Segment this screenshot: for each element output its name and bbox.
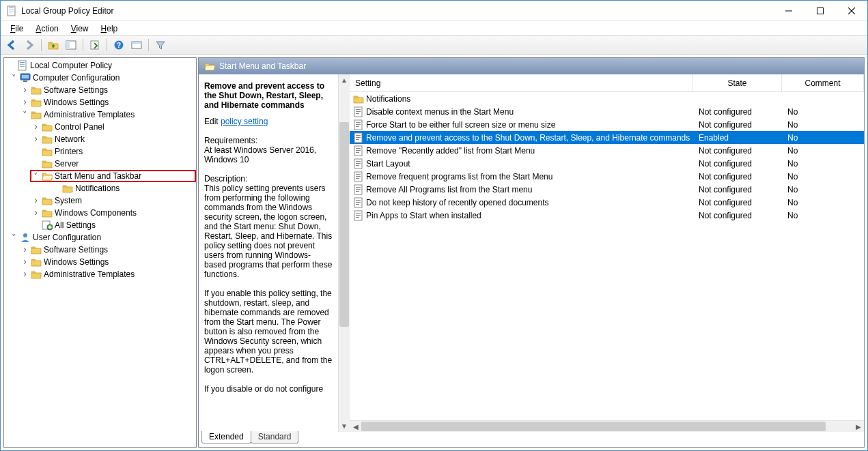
edit-policy-link[interactable]: policy setting	[221, 117, 268, 126]
tree-user-admin-templates[interactable]: Administrative Templates	[4, 268, 196, 280]
policy-icon	[353, 158, 364, 169]
scroll-up-icon[interactable]: ▲	[339, 74, 350, 86]
comment-cell: No	[782, 133, 864, 143]
tree-software-settings[interactable]: Software Settings	[4, 84, 196, 96]
policy-icon	[353, 171, 364, 182]
list-row[interactable]: Start LayoutNot configuredNo	[350, 157, 864, 170]
minimize-button[interactable]	[773, 1, 804, 21]
list-row[interactable]: Remove "Recently added" list from Start …	[350, 144, 864, 157]
comment-cell: No	[782, 120, 864, 130]
title-bar: Local Group Policy Editor	[1, 1, 867, 21]
tree-network[interactable]: Network	[4, 133, 196, 145]
tree-root[interactable]: Local Computer Policy	[4, 59, 196, 72]
column-setting[interactable]: Setting	[350, 74, 693, 91]
tree-user-software-settings[interactable]: Software Settings	[4, 244, 196, 256]
tree-admin-templates[interactable]: Administrative Templates	[4, 108, 196, 121]
menu-bar: File Action View Help	[1, 21, 867, 35]
tree-windows-settings[interactable]: Windows Settings	[4, 96, 196, 108]
tree-all-settings[interactable]: All Settings	[4, 219, 196, 231]
setting-label: Do not keep history of recently opened d…	[366, 198, 549, 207]
description-scrollbar[interactable]: ▲ ▼	[338, 74, 350, 432]
forward-button[interactable]	[21, 38, 38, 53]
up-level-button[interactable]	[45, 38, 61, 53]
scroll-thumb[interactable]	[361, 422, 826, 431]
tab-standard[interactable]: Standard	[251, 431, 299, 443]
maximize-button[interactable]	[804, 1, 836, 21]
comment-cell: No	[782, 185, 864, 194]
folder-icon	[31, 257, 42, 267]
tree-label: Windows Components	[55, 208, 137, 218]
tree-label: Software Settings	[44, 85, 108, 95]
list-body[interactable]: NotificationsDisable context menus in th…	[350, 92, 864, 420]
scroll-right-icon[interactable]: ▶	[852, 421, 864, 432]
setting-label: Notifications	[366, 94, 410, 104]
tree-pane[interactable]: Local Computer Policy Computer Configura…	[3, 57, 197, 448]
list-horizontal-scrollbar[interactable]: ◀ ▶	[350, 420, 864, 432]
edit-label: Edit	[204, 117, 221, 126]
column-label: State	[727, 78, 746, 88]
export-list-button[interactable]	[87, 38, 103, 53]
list-row[interactable]: Remove All Programs list from the Start …	[350, 183, 864, 196]
help-button[interactable]	[111, 38, 127, 53]
scroll-down-icon[interactable]: ▼	[339, 420, 350, 432]
menu-help[interactable]: Help	[96, 23, 124, 35]
back-button[interactable]	[3, 38, 20, 53]
description-text-2: If you enable this policy setting, the s…	[204, 289, 333, 375]
tree-label: Administrative Templates	[44, 110, 135, 119]
comment-cell: No	[782, 146, 864, 156]
column-comment[interactable]: Comment	[782, 74, 864, 91]
tree-windows-components[interactable]: Windows Components	[4, 207, 196, 219]
state-cell: Not configured	[693, 159, 782, 169]
menu-action[interactable]: Action	[30, 23, 64, 35]
setting-label: Force Start to be either full screen siz…	[366, 120, 555, 130]
tree-user-windows-settings[interactable]: Windows Settings	[4, 256, 196, 268]
tab-extended[interactable]: Extended	[201, 431, 251, 443]
comment-cell: No	[782, 172, 864, 181]
tree-label: Start Menu and Taskbar	[55, 171, 141, 181]
tree-label: Server	[55, 159, 79, 169]
tree-notifications[interactable]: Notifications	[4, 182, 196, 194]
menu-view[interactable]: View	[66, 23, 94, 35]
tree-computer-configuration[interactable]: Computer Configuration	[4, 72, 196, 84]
state-cell: Not configured	[693, 198, 782, 207]
folder-icon	[42, 121, 53, 132]
folder-icon	[42, 207, 53, 218]
state-cell: Not configured	[693, 146, 782, 156]
list-row[interactable]: Notifications	[350, 92, 864, 105]
details-header: Start Menu and Taskbar	[199, 58, 864, 74]
comment-cell: No	[782, 211, 864, 220]
list-row[interactable]: Force Start to be either full screen siz…	[350, 118, 864, 131]
filter-button[interactable]	[152, 38, 169, 53]
scroll-thumb[interactable]	[339, 122, 349, 327]
menu-file[interactable]: File	[5, 23, 29, 35]
user-icon	[20, 232, 31, 243]
tree-label: Windows Settings	[44, 98, 109, 107]
properties-button[interactable]	[128, 38, 145, 53]
tree-printers[interactable]: Printers	[4, 145, 196, 158]
list-row[interactable]: Remove and prevent access to the Shut Do…	[350, 131, 864, 144]
column-label: Comment	[804, 78, 840, 88]
tree-label: All Settings	[55, 220, 96, 230]
tree-label: Network	[55, 134, 85, 144]
tree-user-configuration[interactable]: User Configuration	[4, 231, 196, 244]
tree-system[interactable]: System	[4, 194, 196, 207]
tree-start-menu-taskbar[interactable]: Start Menu and Taskbar	[30, 170, 196, 182]
policy-icon	[353, 210, 364, 221]
setting-label: Remove "Recently added" list from Start …	[366, 146, 535, 156]
tree-control-panel[interactable]: Control Panel	[4, 121, 196, 133]
tree-label: Administrative Templates	[44, 270, 135, 279]
list-row[interactable]: Disable context menus in the Start MenuN…	[350, 105, 864, 118]
toolbar-separator	[107, 39, 107, 51]
list-row[interactable]: Do not keep history of recently opened d…	[350, 196, 864, 209]
state-cell: Not configured	[693, 107, 782, 117]
scroll-left-icon[interactable]: ◀	[350, 421, 361, 432]
close-button[interactable]	[836, 1, 867, 21]
column-state[interactable]: State	[693, 74, 782, 91]
comment-cell: No	[782, 107, 864, 117]
tree-server[interactable]: Server	[4, 158, 196, 170]
policy-icon	[353, 119, 364, 130]
list-row[interactable]: Pin Apps to Start when installedNot conf…	[350, 209, 864, 222]
tree-label: Local Computer Policy	[30, 61, 112, 70]
list-row[interactable]: Remove frequent programs list from the S…	[350, 170, 864, 183]
show-hide-tree-button[interactable]	[63, 38, 79, 53]
